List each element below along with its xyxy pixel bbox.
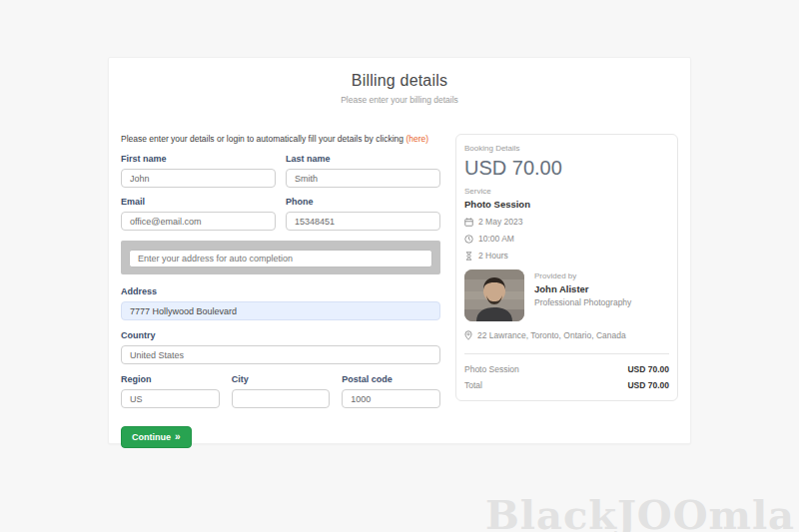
- card-header: Billing details Please enter your billin…: [109, 58, 690, 105]
- service-label: Service: [464, 187, 669, 196]
- first-name-label: First name: [121, 154, 276, 164]
- billing-card: Billing details Please enter your billin…: [108, 57, 691, 444]
- phone-label: Phone: [286, 197, 440, 207]
- location-pin-icon: [464, 330, 472, 340]
- provider-role: Professional Photography: [534, 297, 631, 307]
- provider-name: John Alister: [534, 283, 631, 294]
- address-label: Address: [121, 286, 440, 296]
- login-here-link[interactable]: (here): [405, 134, 428, 144]
- last-name-label: Last name: [286, 154, 440, 164]
- booking-location: 22 Lawrance, Toronto, Ontario, Canada: [477, 330, 626, 340]
- city-field[interactable]: [232, 389, 331, 408]
- address-autocomplete-input[interactable]: [129, 250, 432, 267]
- page-subtitle: Please enter your billing details: [109, 95, 690, 105]
- booking-details-panel: Booking Details USD 70.00 Service Photo …: [455, 134, 678, 401]
- summary-row-service: Photo Session USD 70.00: [464, 364, 669, 374]
- summary-total-label: Total: [464, 380, 482, 390]
- provided-by-label: Provided by: [534, 271, 631, 280]
- continue-button-label: Continue: [132, 432, 171, 442]
- calendar-icon: [464, 218, 473, 227]
- watermark: BlackJOOmla: [485, 491, 795, 532]
- region-label: Region: [121, 374, 220, 384]
- summary-divider: [464, 353, 669, 354]
- country-field[interactable]: [121, 345, 440, 364]
- country-label: Country: [121, 330, 440, 340]
- double-chevron-right-icon: »: [175, 432, 181, 442]
- booking-date: 2 May 2023: [478, 217, 522, 227]
- booking-header: Booking Details: [464, 144, 669, 153]
- clock-icon: [464, 235, 473, 244]
- postal-code-field[interactable]: [342, 389, 440, 408]
- login-note-text: Please enter your details or login to au…: [121, 134, 405, 144]
- summary-service-amount: USD 70.00: [627, 364, 669, 374]
- page-title: Billing details: [109, 72, 690, 90]
- summary-total-amount: USD 70.00: [627, 380, 669, 390]
- booking-duration: 2 Hours: [478, 251, 508, 261]
- email-field[interactable]: [121, 212, 276, 231]
- booking-price: USD 70.00: [464, 157, 669, 180]
- service-name: Photo Session: [464, 199, 669, 210]
- continue-button[interactable]: Continue »: [121, 426, 192, 448]
- hourglass-icon: [464, 252, 473, 261]
- email-label: Email: [121, 197, 276, 207]
- billing-form: Please enter your details or login to au…: [121, 134, 440, 448]
- summary-service-label: Photo Session: [464, 364, 519, 374]
- address-field[interactable]: [121, 301, 440, 320]
- region-field[interactable]: [121, 389, 220, 408]
- booking-time: 10:00 AM: [478, 234, 514, 244]
- phone-field[interactable]: [286, 212, 440, 231]
- summary-row-total: Total USD 70.00: [464, 380, 669, 390]
- last-name-field[interactable]: [286, 169, 440, 188]
- login-note: Please enter your details or login to au…: [121, 134, 440, 145]
- city-label: City: [232, 374, 331, 384]
- postal-code-label: Postal code: [342, 374, 440, 384]
- address-autocomplete-wrap: [121, 241, 440, 274]
- first-name-field[interactable]: [121, 169, 276, 188]
- provider-avatar: [464, 269, 524, 321]
